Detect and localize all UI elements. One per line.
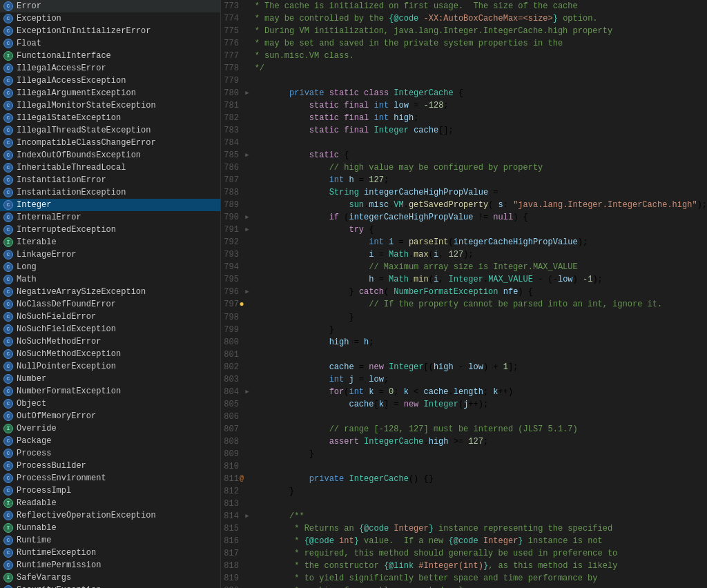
fold-gutter[interactable] [244, 137, 249, 149]
fold-gutter[interactable]: ▶ [244, 87, 249, 99]
sidebar-item-illegalmonitorstateexception[interactable]: CIllegalMonitorStateException [0, 99, 220, 112]
sidebar-item-safevarargs[interactable]: ISafeVarargs [0, 571, 220, 584]
fold-gutter[interactable] [244, 473, 249, 485]
sidebar-item-outofmemoryerror[interactable]: COutOfMemoryError [0, 410, 220, 422]
fold-gutter[interactable] [244, 273, 249, 286]
sidebar-item-linkageerror[interactable]: CLinkageError [0, 248, 220, 261]
fold-gutter[interactable] [244, 423, 249, 435]
sidebar-item-package[interactable]: CPackage [0, 435, 220, 447]
sidebar-item-negativearraysizeexception[interactable]: CNegativeArraySizeException [0, 286, 220, 298]
sidebar-item-illegalargumentexception[interactable]: CIllegalArgumentException [0, 87, 220, 99]
sidebar-item-runnable[interactable]: IRunnable [0, 522, 220, 534]
fold-gutter[interactable]: ▶ [244, 510, 249, 522]
sidebar-item-illegalthreadstateexception[interactable]: CIllegalThreadStateException [0, 124, 220, 137]
fold-gutter[interactable] [244, 25, 249, 37]
fold-gutter[interactable] [244, 361, 249, 373]
sidebar-item-processimpl[interactable]: CProcessImpl [0, 484, 220, 497]
fold-gutter[interactable] [244, 336, 249, 349]
fold-gutter[interactable] [244, 0, 249, 12]
sidebar-item-illegalaccesserror[interactable]: CIllegalAccessError [0, 62, 220, 75]
fold-gutter[interactable]: ▶ [244, 386, 249, 398]
sidebar-item-interruptedexception[interactable]: CInterruptedException [0, 224, 220, 236]
sidebar-item-nosuchfielderror[interactable]: CNoSuchFieldError [0, 311, 220, 323]
sidebar-item-instantiationexception[interactable]: CInstantiationException [0, 186, 220, 199]
sidebar-item-runtimeexception[interactable]: CRuntimeException [0, 547, 220, 559]
sidebar-item-illegalaccessexception[interactable]: CIllegalAccessException [0, 75, 220, 87]
sidebar-item-runtime[interactable]: CRuntime [0, 534, 220, 547]
sidebar-item-functionalinterface[interactable]: IFunctionalInterface [0, 50, 220, 62]
fold-gutter[interactable] [244, 161, 249, 174]
fold-gutter[interactable] [244, 373, 249, 386]
sidebar-item-noclassdeffounderror[interactable]: CNoClassDefFoundError [0, 298, 220, 311]
class-icon: C [3, 39, 13, 48]
sidebar-item-reflectiveoperationexception[interactable]: CReflectiveOperationException [0, 509, 220, 522]
sidebar-item-override[interactable]: IOverride [0, 422, 220, 435]
fold-gutter[interactable] [244, 435, 249, 448]
sidebar-item-nosuchmethodexception[interactable]: CNoSuchMethodException [0, 348, 220, 360]
sidebar-item-processbuilder[interactable]: CProcessBuilder [0, 460, 220, 472]
sidebar-item-exceptionininitializererror[interactable]: CExceptionInInitializerError [0, 25, 220, 37]
sidebar-item-iterable[interactable]: IIterable [0, 236, 220, 248]
fold-gutter[interactable] [244, 12, 249, 25]
fold-gutter[interactable] [244, 248, 249, 261]
sidebar-item-indexoutofboundsexception[interactable]: CIndexOutOfBoundsException [0, 149, 220, 161]
fold-gutter[interactable] [244, 62, 249, 75]
sidebar-item-processenvironment[interactable]: CProcessEnvironment [0, 472, 220, 484]
fold-gutter[interactable] [244, 349, 249, 361]
sidebar-item-float[interactable]: CFloat [0, 37, 220, 50]
fold-gutter[interactable]: ▶ [244, 286, 249, 298]
fold-gutter[interactable] [244, 37, 249, 50]
fold-gutter[interactable] [244, 547, 249, 560]
fold-gutter[interactable] [244, 298, 249, 311]
fold-gutter[interactable] [244, 261, 249, 273]
sidebar-item-number[interactable]: CNumber [0, 373, 220, 385]
fold-gutter[interactable] [244, 174, 249, 186]
code-line-782: 782 static final int high; [221, 112, 707, 124]
sidebar-item-long[interactable]: CLong [0, 261, 220, 273]
sidebar-item-exception[interactable]: CException [0, 12, 220, 25]
fold-gutter[interactable] [244, 411, 249, 423]
sidebar-item-nullpointerexception[interactable]: CNullPointerException [0, 360, 220, 373]
fold-gutter[interactable] [244, 199, 249, 211]
fold-gutter[interactable] [244, 448, 249, 460]
fold-gutter[interactable] [244, 186, 249, 199]
fold-gutter[interactable]: ▶ [244, 149, 249, 161]
sidebar-item-internalerror[interactable]: CInternalError [0, 211, 220, 224]
fold-gutter[interactable] [244, 460, 249, 473]
fold-gutter[interactable] [244, 535, 249, 547]
fold-gutter[interactable] [244, 585, 249, 588]
sidebar-item-illegalstateexception[interactable]: CIllegalStateException [0, 112, 220, 124]
fold-gutter[interactable] [244, 311, 249, 324]
fold-gutter[interactable] [244, 236, 249, 248]
sidebar-item-nosuchmethoderror[interactable]: CNoSuchMethodError [0, 335, 220, 348]
fold-gutter[interactable]: ▶ [244, 224, 249, 236]
sidebar-item-nosuchfieldexception[interactable]: CNoSuchFieldException [0, 323, 220, 335]
fold-gutter[interactable] [244, 498, 249, 510]
fold-gutter[interactable] [244, 522, 249, 535]
sidebar-item-instantiationerror[interactable]: CInstantiationError [0, 174, 220, 186]
fold-gutter[interactable]: ▶ [244, 211, 249, 224]
fold-gutter[interactable] [244, 572, 249, 585]
sidebar-item-readable[interactable]: IReadable [0, 497, 220, 509]
fold-gutter[interactable] [244, 398, 249, 411]
sidebar-item-math[interactable]: CMath [0, 273, 220, 286]
fold-gutter[interactable] [244, 99, 249, 112]
fold-gutter[interactable] [244, 75, 249, 87]
sidebar-item-integer[interactable]: CInteger [0, 199, 220, 211]
class-icon: C [3, 349, 13, 359]
sidebar-item-inheritablethreadlocal[interactable]: CInheritableThreadLocal [0, 161, 220, 174]
fold-gutter[interactable] [244, 485, 249, 498]
fold-gutter[interactable] [244, 124, 249, 137]
sidebar-item-numberformatexception[interactable]: CNumberFormatException [0, 385, 220, 398]
fold-gutter[interactable] [244, 324, 249, 336]
sidebar-item-runtimepermission[interactable]: CRuntimePermission [0, 559, 220, 571]
fold-gutter[interactable] [244, 112, 249, 124]
sidebar-item-object[interactable]: CObject [0, 398, 220, 410]
sidebar-item-error[interactable]: CError [0, 0, 220, 12]
code-content: String integerCacheHighPropValue = [249, 186, 707, 199]
sidebar-item-incompatibleclasschangeerror[interactable]: CIncompatibleClassChangeError [0, 137, 220, 149]
sidebar-item-process[interactable]: CProcess [0, 447, 220, 460]
fold-gutter[interactable] [244, 50, 249, 62]
fold-gutter[interactable] [244, 560, 249, 572]
sidebar-item-securityexception[interactable]: CSecurityException [0, 584, 220, 588]
